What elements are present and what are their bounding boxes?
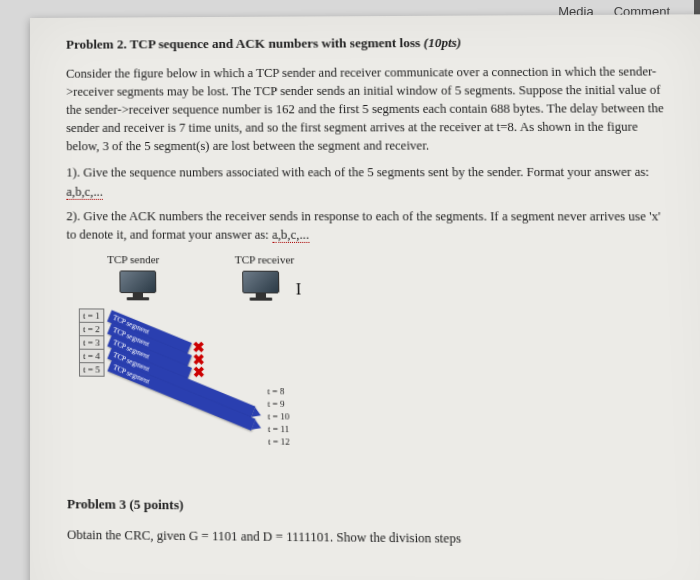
problem2-q2: 2). Give the ACK numbers the receiver se… (66, 207, 673, 245)
tcp-diagram: TCP sender TCP receiver I t = 1 t = 2 t … (66, 252, 681, 474)
problem2-title: Problem 2. TCP sequence and ACK numbers … (66, 33, 666, 55)
lost-x-icon: ✖ (193, 367, 205, 380)
sender-t2: t = 2 (79, 322, 104, 337)
arrow-icon (251, 420, 262, 433)
problem3: Problem 3 (5 points) Obtain the CRC, giv… (67, 495, 684, 551)
receiver-computer-icon (242, 271, 279, 302)
problem3-title: Problem 3 (5 points) (67, 495, 683, 520)
problem2-q1: 1). Give the sequence numbers associated… (66, 163, 671, 201)
sender-t3: t = 3 (79, 335, 104, 350)
q2-lead: 2). Give the ACK numbers the receiver se… (66, 209, 660, 242)
segment-arrows: TCP segment✖ TCP segment✖ TCP segment✖ T… (103, 309, 269, 456)
q1-format: a,b,c,... (66, 184, 103, 199)
sender-t4: t = 4 (79, 349, 104, 364)
sender-t1: t = 1 (79, 308, 104, 323)
sender-label: TCP sender (107, 252, 159, 268)
receiver-label: TCP receiver (235, 252, 295, 269)
sender-time-labels: t = 1 t = 2 t = 3 t = 4 t = 5 (79, 308, 104, 375)
problem2-body: Consider the figure below in which a TCP… (66, 62, 670, 156)
q2-format: a,b,c,... (272, 227, 309, 242)
problem3-body: Obtain the CRC, given G = 1101 and D = 1… (67, 525, 684, 550)
sender-computer-icon (119, 270, 156, 301)
i-annotation: I (296, 277, 302, 301)
problem2-title-text: Problem 2. TCP sequence and ACK numbers … (66, 35, 424, 52)
document-page: Problem 2. TCP sequence and ACK numbers … (30, 14, 700, 580)
q1-lead: 1). Give the sequence numbers associated… (66, 165, 649, 180)
problem2-points: (10pts) (423, 35, 461, 50)
sender-t5: t = 5 (79, 362, 104, 377)
